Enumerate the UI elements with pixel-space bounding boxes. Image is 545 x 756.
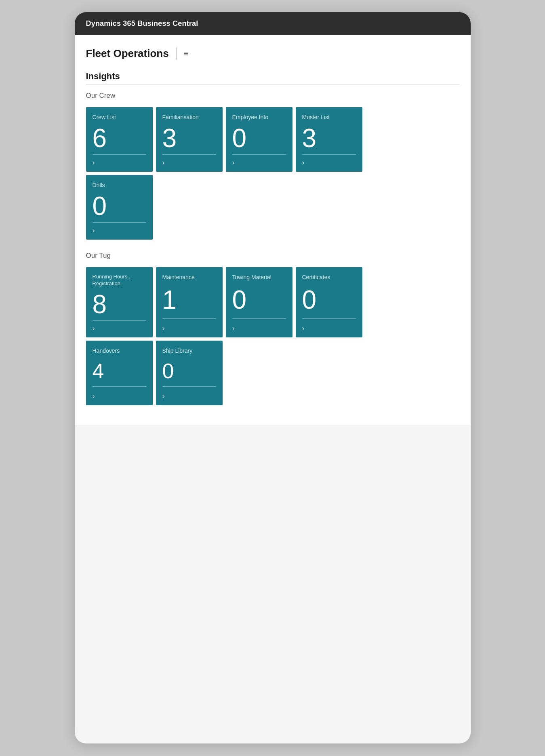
handovers-value: 4: [93, 360, 146, 381]
tile-familiarisation[interactable]: Familiarisation 3 ›: [156, 107, 223, 172]
maintenance-title: Maintenance: [162, 274, 216, 281]
crew-tiles-row2: Drills 0 ›: [86, 175, 459, 240]
tile-drills[interactable]: Drills 0 ›: [86, 175, 153, 240]
crew-list-title: Crew List: [93, 114, 146, 121]
towing-material-value: 0: [232, 287, 286, 313]
tile-employee-info[interactable]: Employee Info 0 ›: [226, 107, 292, 172]
drills-title: Drills: [93, 181, 146, 189]
familiarisation-value: 3: [162, 125, 216, 151]
crew-list-divider: [93, 154, 146, 155]
familiarisation-title: Familiarisation: [162, 114, 216, 121]
towing-material-title: Towing Material: [232, 274, 286, 281]
certificates-title: Certificates: [302, 274, 356, 281]
running-hours-value: 8: [93, 291, 146, 317]
tile-ship-library[interactable]: Ship Library 0 ›: [156, 341, 223, 405]
familiarisation-arrow[interactable]: ›: [162, 158, 216, 167]
crew-list-arrow[interactable]: ›: [93, 158, 146, 167]
our-tug-label: Our Tug: [86, 252, 459, 260]
ship-library-value: 0: [162, 360, 216, 381]
handovers-arrow[interactable]: ›: [93, 392, 146, 400]
our-crew-label: Our Crew: [86, 92, 459, 100]
main-content: Fleet Operations ≡ Insights Our Crew Cre…: [75, 35, 471, 425]
maintenance-divider: [162, 318, 216, 319]
drills-arrow[interactable]: ›: [93, 226, 146, 235]
crew-list-value: 6: [93, 125, 146, 151]
employee-info-value: 0: [232, 125, 286, 151]
employee-info-title: Employee Info: [232, 114, 286, 121]
our-tug-section: Our Tug Running Hours...Registration 8 ›…: [86, 252, 459, 405]
insights-divider: [86, 84, 459, 84]
tile-certificates[interactable]: Certificates 0 ›: [296, 267, 362, 337]
certificates-value: 0: [302, 287, 356, 313]
tile-towing-material[interactable]: Towing Material 0 ›: [226, 267, 292, 337]
employee-info-arrow[interactable]: ›: [232, 158, 286, 167]
tug-tiles-row2: Handovers 4 › Ship Library 0 ›: [86, 341, 459, 405]
insights-label: Insights: [86, 71, 459, 82]
drills-divider: [93, 222, 146, 223]
muster-list-divider: [302, 154, 356, 155]
tile-running-hours[interactable]: Running Hours...Registration 8 ›: [86, 267, 153, 337]
running-hours-divider: [93, 320, 146, 321]
running-hours-arrow[interactable]: ›: [93, 324, 146, 333]
device-frame: Dynamics 365 Business Central Fleet Oper…: [75, 12, 471, 743]
page-title: Fleet Operations: [86, 47, 169, 60]
certificates-arrow[interactable]: ›: [302, 324, 356, 333]
app-name: Dynamics 365 Business Central: [86, 19, 198, 27]
muster-list-title: Muster List: [302, 114, 356, 121]
maintenance-arrow[interactable]: ›: [162, 324, 216, 333]
menu-icon[interactable]: ≡: [184, 49, 189, 58]
towing-material-arrow[interactable]: ›: [232, 324, 286, 333]
ship-library-title: Ship Library: [162, 347, 216, 354]
top-bar: Dynamics 365 Business Central: [75, 12, 471, 35]
header-divider: [176, 48, 177, 60]
muster-list-arrow[interactable]: ›: [302, 158, 356, 167]
ship-library-arrow[interactable]: ›: [162, 392, 216, 400]
tile-handovers[interactable]: Handovers 4 ›: [86, 341, 153, 405]
running-hours-title: Running Hours...Registration: [93, 274, 146, 287]
muster-list-value: 3: [302, 125, 356, 151]
certificates-divider: [302, 318, 356, 319]
crew-tiles-row1: Crew List 6 › Familiarisation 3 › Employ…: [86, 107, 459, 172]
drills-value: 0: [93, 193, 146, 219]
ship-library-divider: [162, 386, 216, 387]
handovers-title: Handovers: [93, 347, 146, 354]
page-header: Fleet Operations ≡: [86, 47, 459, 60]
tile-maintenance[interactable]: Maintenance 1 ›: [156, 267, 223, 337]
handovers-divider: [93, 386, 146, 387]
tile-crew-list[interactable]: Crew List 6 ›: [86, 107, 153, 172]
familiarisation-divider: [162, 154, 216, 155]
tile-muster-list[interactable]: Muster List 3 ›: [296, 107, 362, 172]
maintenance-value: 1: [162, 287, 216, 313]
tug-tiles-row1: Running Hours...Registration 8 › Mainten…: [86, 267, 459, 337]
employee-info-divider: [232, 154, 286, 155]
towing-material-divider: [232, 318, 286, 319]
